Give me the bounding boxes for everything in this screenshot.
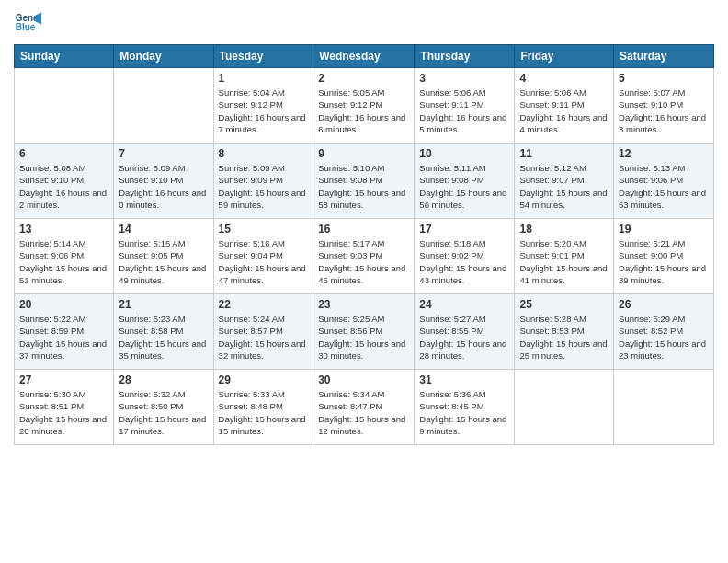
day-number: 15 (219, 223, 309, 236)
day-info: Sunrise: 5:24 AM Sunset: 8:57 PM Dayligh… (219, 313, 309, 362)
calendar-cell: 20Sunrise: 5:22 AM Sunset: 8:59 PM Dayli… (15, 294, 114, 370)
day-number: 10 (419, 147, 509, 160)
calendar-week-row: 20Sunrise: 5:22 AM Sunset: 8:59 PM Dayli… (15, 294, 714, 370)
day-number: 13 (19, 223, 108, 236)
day-info: Sunrise: 5:29 AM Sunset: 8:52 PM Dayligh… (619, 313, 709, 362)
logo-icon: General Blue (14, 9, 41, 37)
calendar-cell: 3Sunrise: 5:06 AM Sunset: 9:11 PM Daylig… (415, 68, 515, 144)
day-info: Sunrise: 5:20 AM Sunset: 9:01 PM Dayligh… (519, 237, 609, 286)
calendar-cell: 21Sunrise: 5:23 AM Sunset: 8:58 PM Dayli… (114, 294, 213, 370)
day-info: Sunrise: 5:36 AM Sunset: 8:45 PM Dayligh… (419, 388, 509, 437)
calendar-cell (114, 68, 213, 144)
calendar-cell: 24Sunrise: 5:27 AM Sunset: 8:55 PM Dayli… (415, 294, 515, 370)
calendar-cell: 29Sunrise: 5:33 AM Sunset: 8:48 PM Dayli… (213, 370, 313, 445)
day-number: 24 (419, 298, 509, 311)
day-number: 30 (318, 373, 409, 386)
day-number: 18 (519, 223, 609, 236)
day-number: 29 (219, 373, 309, 386)
day-number: 2 (318, 72, 409, 85)
calendar-cell: 16Sunrise: 5:17 AM Sunset: 9:03 PM Dayli… (313, 219, 415, 294)
calendar-cell: 7Sunrise: 5:09 AM Sunset: 9:10 PM Daylig… (114, 144, 213, 219)
day-number: 8 (219, 147, 309, 160)
day-info: Sunrise: 5:08 AM Sunset: 9:10 PM Dayligh… (19, 162, 108, 211)
day-number: 19 (619, 223, 709, 236)
calendar-cell: 4Sunrise: 5:06 AM Sunset: 9:11 PM Daylig… (515, 68, 614, 144)
calendar-cell: 6Sunrise: 5:08 AM Sunset: 9:10 PM Daylig… (15, 144, 114, 219)
day-info: Sunrise: 5:09 AM Sunset: 9:09 PM Dayligh… (219, 162, 309, 211)
calendar-cell: 25Sunrise: 5:28 AM Sunset: 8:53 PM Dayli… (515, 294, 614, 370)
calendar-header: General Blue (14, 9, 714, 37)
day-info: Sunrise: 5:22 AM Sunset: 8:59 PM Dayligh… (19, 313, 108, 362)
day-info: Sunrise: 5:34 AM Sunset: 8:47 PM Dayligh… (318, 388, 409, 437)
svg-text:Blue: Blue (16, 22, 36, 32)
day-number: 28 (119, 373, 208, 386)
calendar-cell: 5Sunrise: 5:07 AM Sunset: 9:10 PM Daylig… (614, 68, 714, 144)
day-info: Sunrise: 5:10 AM Sunset: 9:08 PM Dayligh… (318, 162, 409, 211)
column-header-sunday: Sunday (15, 45, 114, 68)
calendar-cell: 28Sunrise: 5:32 AM Sunset: 8:50 PM Dayli… (114, 370, 213, 445)
day-info: Sunrise: 5:13 AM Sunset: 9:06 PM Dayligh… (619, 162, 709, 211)
day-number: 27 (19, 373, 108, 386)
calendar-cell: 18Sunrise: 5:20 AM Sunset: 9:01 PM Dayli… (515, 219, 614, 294)
calendar-cell: 1Sunrise: 5:04 AM Sunset: 9:12 PM Daylig… (213, 68, 313, 144)
day-info: Sunrise: 5:15 AM Sunset: 9:05 PM Dayligh… (119, 237, 208, 286)
day-info: Sunrise: 5:23 AM Sunset: 8:58 PM Dayligh… (119, 313, 208, 362)
day-number: 16 (318, 223, 409, 236)
day-number: 1 (219, 72, 309, 85)
calendar-header-row: SundayMondayTuesdayWednesdayThursdayFrid… (15, 45, 714, 68)
day-info: Sunrise: 5:25 AM Sunset: 8:56 PM Dayligh… (318, 313, 409, 362)
calendar-cell: 14Sunrise: 5:15 AM Sunset: 9:05 PM Dayli… (114, 219, 213, 294)
calendar-cell (614, 370, 714, 445)
column-header-saturday: Saturday (614, 45, 714, 68)
day-info: Sunrise: 5:21 AM Sunset: 9:00 PM Dayligh… (619, 237, 709, 286)
day-number: 5 (619, 72, 709, 85)
day-info: Sunrise: 5:07 AM Sunset: 9:10 PM Dayligh… (619, 86, 709, 135)
day-info: Sunrise: 5:16 AM Sunset: 9:04 PM Dayligh… (219, 237, 309, 286)
column-header-tuesday: Tuesday (213, 45, 313, 68)
calendar-cell: 8Sunrise: 5:09 AM Sunset: 9:09 PM Daylig… (213, 144, 313, 219)
calendar-cell: 26Sunrise: 5:29 AM Sunset: 8:52 PM Dayli… (614, 294, 714, 370)
day-info: Sunrise: 5:09 AM Sunset: 9:10 PM Dayligh… (119, 162, 208, 211)
day-number: 4 (519, 72, 609, 85)
calendar-week-row: 6Sunrise: 5:08 AM Sunset: 9:10 PM Daylig… (15, 144, 714, 219)
day-info: Sunrise: 5:33 AM Sunset: 8:48 PM Dayligh… (219, 388, 309, 437)
calendar-cell: 11Sunrise: 5:12 AM Sunset: 9:07 PM Dayli… (515, 144, 614, 219)
logo: General Blue (14, 9, 41, 37)
day-number: 23 (318, 298, 409, 311)
day-number: 7 (119, 147, 208, 160)
calendar-table: SundayMondayTuesdayWednesdayThursdayFrid… (14, 44, 714, 445)
calendar-cell: 30Sunrise: 5:34 AM Sunset: 8:47 PM Dayli… (313, 370, 415, 445)
day-info: Sunrise: 5:14 AM Sunset: 9:06 PM Dayligh… (19, 237, 108, 286)
day-number: 25 (519, 298, 609, 311)
calendar-cell: 19Sunrise: 5:21 AM Sunset: 9:00 PM Dayli… (614, 219, 714, 294)
day-number: 14 (119, 223, 208, 236)
day-number: 22 (219, 298, 309, 311)
day-info: Sunrise: 5:06 AM Sunset: 9:11 PM Dayligh… (419, 86, 509, 135)
calendar-week-row: 1Sunrise: 5:04 AM Sunset: 9:12 PM Daylig… (15, 68, 714, 144)
day-number: 3 (419, 72, 509, 85)
day-number: 26 (619, 298, 709, 311)
day-info: Sunrise: 5:12 AM Sunset: 9:07 PM Dayligh… (519, 162, 609, 211)
calendar-cell: 10Sunrise: 5:11 AM Sunset: 9:08 PM Dayli… (415, 144, 515, 219)
column-header-monday: Monday (114, 45, 213, 68)
day-number: 21 (119, 298, 208, 311)
day-info: Sunrise: 5:30 AM Sunset: 8:51 PM Dayligh… (19, 388, 108, 437)
column-header-thursday: Thursday (415, 45, 515, 68)
calendar-cell: 23Sunrise: 5:25 AM Sunset: 8:56 PM Dayli… (313, 294, 415, 370)
day-info: Sunrise: 5:17 AM Sunset: 9:03 PM Dayligh… (318, 237, 409, 286)
day-number: 9 (318, 147, 409, 160)
day-number: 11 (519, 147, 609, 160)
calendar-cell: 27Sunrise: 5:30 AM Sunset: 8:51 PM Dayli… (15, 370, 114, 445)
calendar-cell: 12Sunrise: 5:13 AM Sunset: 9:06 PM Dayli… (614, 144, 714, 219)
day-info: Sunrise: 5:11 AM Sunset: 9:08 PM Dayligh… (419, 162, 509, 211)
calendar-cell: 13Sunrise: 5:14 AM Sunset: 9:06 PM Dayli… (15, 219, 114, 294)
column-header-wednesday: Wednesday (313, 45, 415, 68)
day-number: 31 (419, 373, 509, 386)
day-info: Sunrise: 5:04 AM Sunset: 9:12 PM Dayligh… (219, 86, 309, 135)
day-info: Sunrise: 5:18 AM Sunset: 9:02 PM Dayligh… (419, 237, 509, 286)
calendar-cell (15, 68, 114, 144)
day-number: 6 (19, 147, 108, 160)
column-header-friday: Friday (515, 45, 614, 68)
calendar-cell: 15Sunrise: 5:16 AM Sunset: 9:04 PM Dayli… (213, 219, 313, 294)
calendar-cell: 17Sunrise: 5:18 AM Sunset: 9:02 PM Dayli… (415, 219, 515, 294)
